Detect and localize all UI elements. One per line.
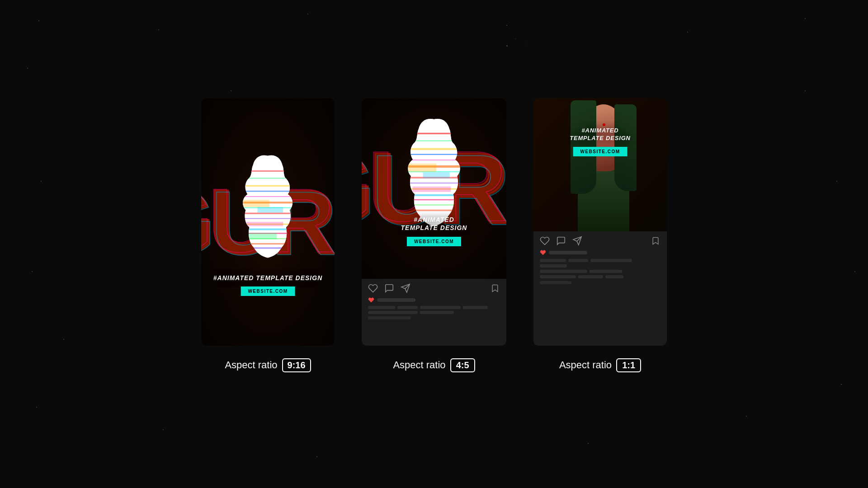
card-wrapper-4-5: GURU GURU GURU	[362, 98, 506, 372]
template-title-2: #ANIMATEDTEMPLATE DESIGN	[373, 216, 495, 232]
insta-left-actions-3	[540, 236, 582, 246]
template-text-1: #ANIMATED TEMPLATE DESIGN WEBSITE.COM	[211, 274, 325, 296]
heart-icon-2[interactable]	[368, 283, 378, 293]
svg-rect-11	[231, 228, 304, 230]
instagram-bottom-3	[533, 231, 667, 346]
share-icon-3[interactable]	[572, 236, 582, 246]
svg-rect-17	[258, 207, 283, 212]
aspect-ratio-label-3: Aspect ratio 1:1	[559, 358, 641, 372]
aspect-ratio-badge-3: 1:1	[616, 358, 641, 372]
insta-actions-2	[368, 283, 500, 293]
instagram-bottom-2	[362, 279, 506, 346]
likes-row-2	[368, 297, 500, 303]
svg-rect-8	[231, 212, 304, 214]
svg-rect-32	[396, 199, 472, 200]
likes-row-3	[540, 249, 660, 256]
svg-rect-19	[248, 233, 277, 239]
svg-rect-23	[396, 148, 472, 150]
svg-rect-24	[396, 154, 472, 155]
svg-rect-3	[231, 185, 304, 186]
svg-rect-21	[396, 132, 472, 134]
svg-rect-9	[231, 218, 304, 219]
caption-row-4-3	[540, 281, 660, 284]
aspect-ratio-label-1: Aspect ratio 9:16	[225, 358, 311, 372]
card-wrapper-1-1: GU GU GU	[533, 98, 667, 372]
svg-rect-1	[231, 170, 304, 171]
caption-row-1-2	[368, 306, 500, 309]
svg-rect-22	[396, 140, 472, 141]
bookmark-icon-3[interactable]	[651, 236, 660, 246]
template-title-1: #ANIMATED TEMPLATE DESIGN	[211, 274, 325, 282]
svg-rect-15	[231, 247, 304, 248]
comment-icon-2[interactable]	[384, 283, 394, 293]
caption-row-2-3	[540, 270, 660, 273]
aspect-ratio-text-2: Aspect ratio	[393, 359, 445, 371]
svg-rect-37	[412, 186, 451, 192]
aspect-ratio-badge-2: 4:5	[450, 358, 475, 372]
svg-rect-16	[237, 200, 270, 207]
template-text-3: #ANIMATEDTEMPLATE DESIGN WEBSITE.COM	[543, 127, 657, 156]
insta-left-actions-2	[368, 283, 410, 293]
svg-rect-31	[396, 194, 472, 196]
template-image-4-5: GURU GURU GURU	[362, 98, 506, 279]
heart-icon-3[interactable]	[540, 236, 550, 246]
svg-rect-29	[396, 183, 472, 183]
template-image-1-1: GU GU GU	[533, 98, 667, 231]
person-silhouette	[567, 98, 640, 231]
svg-rect-25	[396, 160, 472, 160]
caption-row-3-3	[540, 275, 660, 278]
figure-container-2	[362, 98, 506, 279]
svg-rect-34	[396, 209, 472, 211]
svg-rect-4	[231, 191, 304, 192]
comment-icon-3[interactable]	[556, 236, 566, 246]
svg-rect-18	[246, 221, 283, 226]
bookmark-icon-2[interactable]	[490, 283, 500, 293]
template-title-3: #ANIMATEDTEMPLATE DESIGN	[543, 127, 657, 142]
svg-rect-35	[402, 163, 437, 172]
caption-row-1-3	[540, 259, 660, 267]
caption-row-3-2	[368, 316, 500, 319]
template-image-9-16: GURU GURU GURU	[201, 98, 335, 346]
person-photo-container	[533, 98, 667, 231]
likes-bar-3	[549, 251, 587, 254]
svg-rect-14	[231, 243, 304, 244]
svg-rect-33	[396, 204, 472, 205]
likes-bar-2	[377, 298, 415, 302]
card-wrapper-9-16: GURU GURU GURU	[201, 98, 335, 372]
share-icon-2[interactable]	[401, 283, 410, 293]
template-text-2: #ANIMATEDTEMPLATE DESIGN WEBSITE.COM	[373, 216, 495, 246]
cards-container: GURU GURU GURU	[201, 98, 667, 372]
insta-actions-3	[540, 236, 660, 246]
aspect-ratio-badge-1: 9:16	[282, 358, 311, 372]
website-badge-3: WEBSITE.COM	[573, 147, 627, 156]
svg-rect-36	[423, 172, 450, 178]
caption-row-2-2	[368, 311, 500, 314]
website-badge-2: WEBSITE.COM	[407, 237, 461, 246]
card-1-1: GU GU GU	[533, 98, 667, 346]
aspect-ratio-text-3: Aspect ratio	[559, 359, 612, 371]
website-badge-1: WEBSITE.COM	[241, 286, 295, 296]
card-9-16: GURU GURU GURU	[201, 98, 335, 346]
svg-rect-5	[231, 196, 304, 197]
aspect-ratio-text-1: Aspect ratio	[225, 359, 277, 371]
card-4-5: GURU GURU GURU	[362, 98, 506, 346]
figure-container-1	[201, 98, 335, 346]
svg-rect-2	[231, 178, 304, 178]
aspect-ratio-label-2: Aspect ratio 4:5	[393, 358, 475, 372]
